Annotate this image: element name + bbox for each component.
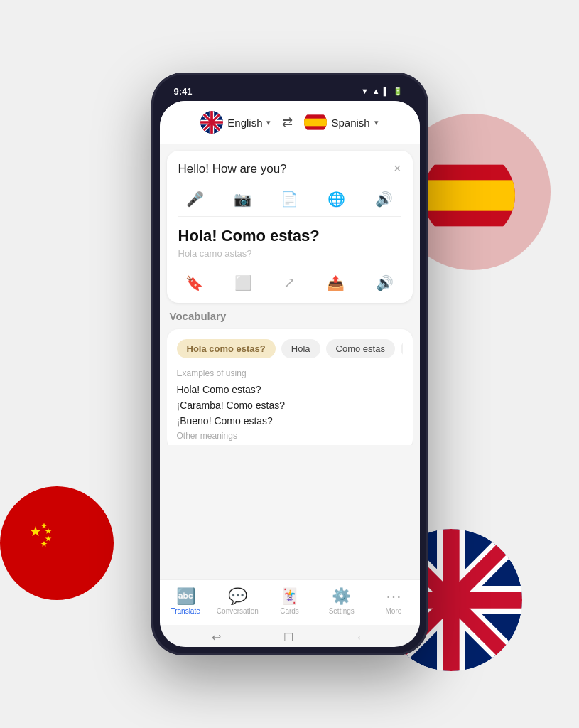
signal-icon: ▲ xyxy=(372,87,380,95)
svg-rect-31 xyxy=(304,119,327,127)
source-lang-name: English xyxy=(227,117,262,129)
vocab-chip[interactable]: Es xyxy=(401,339,403,358)
status-time: 9:41 xyxy=(174,86,193,97)
target-language-selector[interactable]: Spanish ▾ xyxy=(304,111,378,134)
nav-icon-translate: 🔤 xyxy=(176,587,195,606)
china-flag-decoration xyxy=(0,486,114,600)
back-nav-icon[interactable]: ↩ xyxy=(212,631,221,644)
example-item: ¡Caramba! Como estas? xyxy=(177,400,403,411)
swap-languages-button[interactable]: ⇄ xyxy=(282,114,293,130)
globe-icon[interactable]: 🌐 xyxy=(328,191,345,208)
vocab-chip[interactable]: Como estas xyxy=(326,339,395,358)
nav-label-settings: Settings xyxy=(329,607,355,615)
nav-item-settings[interactable]: ⚙️Settings xyxy=(315,580,367,622)
vocab-chip[interactable]: Hola como estas? xyxy=(177,339,276,358)
input-text[interactable]: Hello! How are you? xyxy=(178,162,394,176)
target-lang-name: Spanish xyxy=(331,117,369,129)
output-tools-bar: 🔖 ⬜ ⤢ 📤 🔊 xyxy=(178,269,401,291)
other-meanings-label: Other meanings xyxy=(177,431,403,441)
uk-flag-small xyxy=(200,111,223,134)
signal-bars: ▌ xyxy=(384,87,389,95)
bottom-navigation: 🔤Translate💬Conversation🃏Cards⚙️Settings⋯… xyxy=(160,579,420,625)
vocabulary-chips: Hola como estas?HolaComo estasEs xyxy=(177,339,403,358)
nav-icon-settings: ⚙️ xyxy=(332,587,351,606)
status-bar: 9:41 ▼ ▲ ▌ 🔋 xyxy=(160,81,420,101)
svg-marker-4 xyxy=(45,536,52,542)
source-lang-dropdown-icon: ▾ xyxy=(266,118,271,127)
input-section: Hello! How are you? × xyxy=(178,162,401,176)
clear-input-button[interactable]: × xyxy=(394,162,401,175)
nav-label-cards: Cards xyxy=(280,607,299,615)
examples-list: Hola! Como estas?¡Caramba! Como estas?¡B… xyxy=(177,384,403,427)
svg-marker-2 xyxy=(41,523,48,529)
translation-card: Hello! How are you? × 🎤 📷 📄 🌐 🔊 Hola! Co… xyxy=(167,151,413,303)
output-section: Hola! Como estas? Hola camo astas? 🔖 ⬜ ⤢… xyxy=(178,217,401,291)
source-language-selector[interactable]: English ▾ xyxy=(200,111,271,134)
nav-label-conversation: Conversation xyxy=(217,607,259,615)
copy-icon[interactable]: ⬜ xyxy=(234,274,252,291)
wifi-icon: ▼ xyxy=(361,87,369,95)
vocabulary-section: Vocabulary Hola como estas?HolaComo esta… xyxy=(167,310,413,445)
svg-rect-0 xyxy=(25,522,89,564)
svg-marker-3 xyxy=(45,528,52,534)
home-bar: ↩ ☐ ← xyxy=(160,625,420,647)
spain-flag-small xyxy=(304,111,327,134)
status-icons: ▼ ▲ ▌ 🔋 xyxy=(361,87,403,96)
battery-icon: 🔋 xyxy=(393,87,403,96)
svg-marker-5 xyxy=(41,541,48,547)
recent-nav-icon[interactable]: ← xyxy=(356,631,367,644)
microphone-icon[interactable]: 🎤 xyxy=(186,191,204,208)
nav-item-cards[interactable]: 🃏Cards xyxy=(264,580,315,622)
svg-marker-1 xyxy=(31,526,41,536)
nav-icon-cards: 🃏 xyxy=(280,587,299,606)
example-item: Hola! Como estas? xyxy=(177,384,403,395)
nav-icon-more: ⋯ xyxy=(386,587,401,606)
svg-rect-6 xyxy=(423,165,515,227)
language-bar: English ▾ ⇄ Spanish ▾ xyxy=(160,101,420,144)
share-icon[interactable]: 📤 xyxy=(327,274,345,291)
translated-text-main: Hola! Como estas? xyxy=(178,227,401,245)
vocabulary-card: Hola como estas?HolaComo estasEs Example… xyxy=(167,329,413,445)
expand-icon[interactable]: ⤢ xyxy=(283,274,296,291)
phone-shell: 9:41 ▼ ▲ ▌ 🔋 xyxy=(151,73,428,655)
translated-text-alt: Hola camo astas? xyxy=(178,248,401,259)
example-item: ¡Bueno! Como estas? xyxy=(177,415,403,427)
document-icon[interactable]: 📄 xyxy=(281,191,298,208)
screen: English ▾ ⇄ Spanish ▾ Hello! How are you… xyxy=(160,101,420,647)
bookmark-icon[interactable]: 🔖 xyxy=(185,274,203,291)
nav-label-translate: Translate xyxy=(171,607,200,615)
spain-flag-decoration xyxy=(423,149,515,242)
nav-item-more[interactable]: ⋯More xyxy=(367,580,419,622)
nav-label-more: More xyxy=(386,607,402,615)
nav-item-translate[interactable]: 🔤Translate xyxy=(160,580,212,622)
camera-icon[interactable]: 📷 xyxy=(234,191,251,208)
nav-icon-conversation: 💬 xyxy=(228,587,247,606)
speaker-icon[interactable]: 🔊 xyxy=(375,191,393,208)
nav-item-conversation[interactable]: 💬Conversation xyxy=(212,580,264,622)
home-nav-icon[interactable]: ☐ xyxy=(283,631,293,644)
audio-output-icon[interactable]: 🔊 xyxy=(376,274,394,291)
vocabulary-title: Vocabulary xyxy=(167,310,413,322)
examples-label: Examples of using xyxy=(177,368,403,378)
input-tools-bar: 🎤 📷 📄 🌐 🔊 xyxy=(178,185,401,217)
target-lang-dropdown-icon: ▾ xyxy=(374,118,379,127)
vocab-chip[interactable]: Hola xyxy=(281,339,320,358)
svg-rect-7 xyxy=(423,180,515,210)
